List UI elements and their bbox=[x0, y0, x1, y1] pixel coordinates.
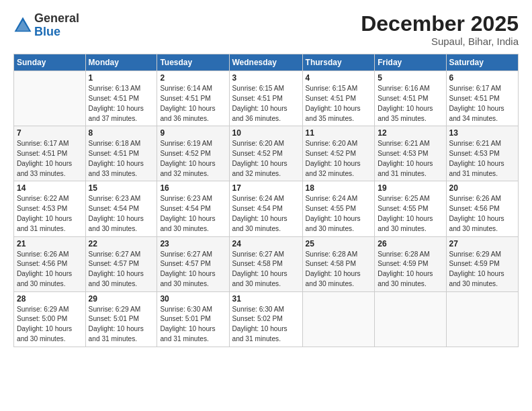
header-sunday: Sunday bbox=[14, 54, 86, 71]
day-number: 24 bbox=[232, 239, 300, 248]
calendar-week-row: 14Sunrise: 6:22 AM Sunset: 4:53 PM Dayli… bbox=[14, 181, 519, 236]
day-info: Sunrise: 6:15 AM Sunset: 4:51 PM Dayligh… bbox=[306, 84, 372, 124]
table-row bbox=[302, 291, 375, 347]
day-number: 3 bbox=[232, 73, 300, 83]
logo: General Blue bbox=[13, 12, 79, 39]
day-info: Sunrise: 6:17 AM Sunset: 4:51 PM Dayligh… bbox=[449, 84, 516, 124]
day-info: Sunrise: 6:16 AM Sunset: 4:51 PM Dayligh… bbox=[378, 84, 443, 124]
day-info: Sunrise: 6:27 AM Sunset: 4:57 PM Dayligh… bbox=[160, 250, 226, 289]
table-row: 25Sunrise: 6:28 AM Sunset: 4:58 PM Dayli… bbox=[302, 236, 375, 291]
table-row: 14Sunrise: 6:22 AM Sunset: 4:53 PM Dayli… bbox=[14, 181, 86, 236]
table-row: 9Sunrise: 6:19 AM Sunset: 4:52 PM Daylig… bbox=[157, 126, 229, 181]
day-info: Sunrise: 6:25 AM Sunset: 4:55 PM Dayligh… bbox=[378, 194, 443, 234]
day-info: Sunrise: 6:30 AM Sunset: 5:02 PM Dayligh… bbox=[232, 305, 300, 345]
table-row: 20Sunrise: 6:26 AM Sunset: 4:56 PM Dayli… bbox=[446, 181, 519, 236]
day-number: 2 bbox=[160, 73, 226, 83]
day-number: 31 bbox=[232, 294, 300, 304]
day-info: Sunrise: 6:28 AM Sunset: 4:59 PM Dayligh… bbox=[378, 250, 443, 289]
day-info: Sunrise: 6:21 AM Sunset: 4:53 PM Dayligh… bbox=[378, 139, 443, 179]
day-number: 13 bbox=[449, 128, 516, 138]
table-row: 4Sunrise: 6:15 AM Sunset: 4:51 PM Daylig… bbox=[302, 71, 375, 126]
table-row: 23Sunrise: 6:27 AM Sunset: 4:57 PM Dayli… bbox=[157, 236, 229, 291]
day-number: 19 bbox=[378, 183, 443, 193]
table-row: 2Sunrise: 6:14 AM Sunset: 4:51 PM Daylig… bbox=[157, 71, 229, 126]
day-number: 21 bbox=[17, 239, 83, 248]
day-info: Sunrise: 6:29 AM Sunset: 5:00 PM Dayligh… bbox=[17, 305, 83, 345]
header-wednesday: Wednesday bbox=[229, 54, 302, 71]
calendar-week-row: 21Sunrise: 6:26 AM Sunset: 4:56 PM Dayli… bbox=[14, 236, 519, 291]
day-number: 25 bbox=[306, 239, 372, 248]
day-info: Sunrise: 6:27 AM Sunset: 4:57 PM Dayligh… bbox=[89, 250, 154, 289]
day-number: 18 bbox=[306, 183, 372, 193]
table-row: 11Sunrise: 6:20 AM Sunset: 4:52 PM Dayli… bbox=[302, 126, 375, 181]
day-number: 11 bbox=[306, 128, 372, 138]
table-row: 1Sunrise: 6:13 AM Sunset: 4:51 PM Daylig… bbox=[85, 71, 157, 126]
day-number: 27 bbox=[449, 239, 516, 248]
day-info: Sunrise: 6:17 AM Sunset: 4:51 PM Dayligh… bbox=[17, 139, 83, 179]
day-info: Sunrise: 6:24 AM Sunset: 4:54 PM Dayligh… bbox=[232, 194, 300, 234]
day-number: 22 bbox=[89, 239, 154, 248]
day-info: Sunrise: 6:30 AM Sunset: 5:01 PM Dayligh… bbox=[160, 305, 226, 345]
table-row: 22Sunrise: 6:27 AM Sunset: 4:57 PM Dayli… bbox=[85, 236, 157, 291]
header-saturday: Saturday bbox=[446, 54, 519, 71]
day-number: 5 bbox=[378, 73, 443, 83]
day-info: Sunrise: 6:20 AM Sunset: 4:52 PM Dayligh… bbox=[232, 139, 300, 179]
day-info: Sunrise: 6:29 AM Sunset: 4:59 PM Dayligh… bbox=[449, 250, 516, 289]
day-info: Sunrise: 6:26 AM Sunset: 4:56 PM Dayligh… bbox=[449, 194, 516, 234]
day-info: Sunrise: 6:21 AM Sunset: 4:53 PM Dayligh… bbox=[449, 139, 516, 179]
day-info: Sunrise: 6:28 AM Sunset: 4:58 PM Dayligh… bbox=[306, 250, 372, 289]
day-info: Sunrise: 6:26 AM Sunset: 4:56 PM Dayligh… bbox=[17, 250, 83, 289]
calendar-week-row: 7Sunrise: 6:17 AM Sunset: 4:51 PM Daylig… bbox=[14, 126, 519, 181]
day-info: Sunrise: 6:23 AM Sunset: 4:54 PM Dayligh… bbox=[160, 194, 226, 234]
table-row: 7Sunrise: 6:17 AM Sunset: 4:51 PM Daylig… bbox=[14, 126, 86, 181]
day-number: 4 bbox=[306, 73, 372, 83]
day-info: Sunrise: 6:14 AM Sunset: 4:51 PM Dayligh… bbox=[160, 84, 226, 124]
table-row bbox=[446, 291, 519, 347]
logo-icon bbox=[13, 16, 32, 35]
table-row: 13Sunrise: 6:21 AM Sunset: 4:53 PM Dayli… bbox=[446, 126, 519, 181]
table-row: 12Sunrise: 6:21 AM Sunset: 4:53 PM Dayli… bbox=[375, 126, 446, 181]
day-info: Sunrise: 6:13 AM Sunset: 4:51 PM Dayligh… bbox=[89, 84, 154, 124]
day-number: 30 bbox=[160, 294, 226, 304]
table-row: 10Sunrise: 6:20 AM Sunset: 4:52 PM Dayli… bbox=[229, 126, 302, 181]
title-block: December 2025 Supaul, Bihar, India bbox=[361, 12, 519, 47]
table-row: 8Sunrise: 6:18 AM Sunset: 4:51 PM Daylig… bbox=[85, 126, 157, 181]
day-number: 26 bbox=[378, 239, 443, 248]
day-info: Sunrise: 6:29 AM Sunset: 5:01 PM Dayligh… bbox=[89, 305, 154, 345]
table-row: 26Sunrise: 6:28 AM Sunset: 4:59 PM Dayli… bbox=[375, 236, 446, 291]
day-info: Sunrise: 6:18 AM Sunset: 4:51 PM Dayligh… bbox=[89, 139, 154, 179]
table-row: 24Sunrise: 6:27 AM Sunset: 4:58 PM Dayli… bbox=[229, 236, 302, 291]
calendar-header-row: Sunday Monday Tuesday Wednesday Thursday… bbox=[14, 54, 519, 71]
table-row: 21Sunrise: 6:26 AM Sunset: 4:56 PM Dayli… bbox=[14, 236, 86, 291]
day-number: 7 bbox=[17, 128, 83, 138]
day-number: 10 bbox=[232, 128, 300, 138]
day-info: Sunrise: 6:15 AM Sunset: 4:51 PM Dayligh… bbox=[232, 84, 300, 124]
table-row: 29Sunrise: 6:29 AM Sunset: 5:01 PM Dayli… bbox=[85, 291, 157, 347]
day-number: 14 bbox=[17, 183, 83, 193]
day-number: 29 bbox=[89, 294, 154, 304]
day-number: 17 bbox=[232, 183, 300, 193]
table-row: 16Sunrise: 6:23 AM Sunset: 4:54 PM Dayli… bbox=[157, 181, 229, 236]
table-row: 3Sunrise: 6:15 AM Sunset: 4:51 PM Daylig… bbox=[229, 71, 302, 126]
table-row: 15Sunrise: 6:23 AM Sunset: 4:54 PM Dayli… bbox=[85, 181, 157, 236]
table-row: 6Sunrise: 6:17 AM Sunset: 4:51 PM Daylig… bbox=[446, 71, 519, 126]
calendar-week-row: 1Sunrise: 6:13 AM Sunset: 4:51 PM Daylig… bbox=[14, 71, 519, 126]
header-friday: Friday bbox=[375, 54, 446, 71]
table-row: 30Sunrise: 6:30 AM Sunset: 5:01 PM Dayli… bbox=[157, 291, 229, 347]
location-subtitle: Supaul, Bihar, India bbox=[361, 36, 519, 47]
table-row: 19Sunrise: 6:25 AM Sunset: 4:55 PM Dayli… bbox=[375, 181, 446, 236]
header-monday: Monday bbox=[85, 54, 157, 71]
table-row: 28Sunrise: 6:29 AM Sunset: 5:00 PM Dayli… bbox=[14, 291, 86, 347]
table-row: 18Sunrise: 6:24 AM Sunset: 4:55 PM Dayli… bbox=[302, 181, 375, 236]
day-number: 6 bbox=[449, 73, 516, 83]
day-number: 20 bbox=[449, 183, 516, 193]
day-info: Sunrise: 6:20 AM Sunset: 4:52 PM Dayligh… bbox=[306, 139, 372, 179]
day-info: Sunrise: 6:27 AM Sunset: 4:58 PM Dayligh… bbox=[232, 250, 300, 289]
header-thursday: Thursday bbox=[302, 54, 375, 71]
day-number: 12 bbox=[378, 128, 443, 138]
table-row bbox=[14, 71, 86, 126]
table-row: 17Sunrise: 6:24 AM Sunset: 4:54 PM Dayli… bbox=[229, 181, 302, 236]
table-row: 31Sunrise: 6:30 AM Sunset: 5:02 PM Dayli… bbox=[229, 291, 302, 347]
table-row: 5Sunrise: 6:16 AM Sunset: 4:51 PM Daylig… bbox=[375, 71, 446, 126]
day-info: Sunrise: 6:24 AM Sunset: 4:55 PM Dayligh… bbox=[306, 194, 372, 234]
